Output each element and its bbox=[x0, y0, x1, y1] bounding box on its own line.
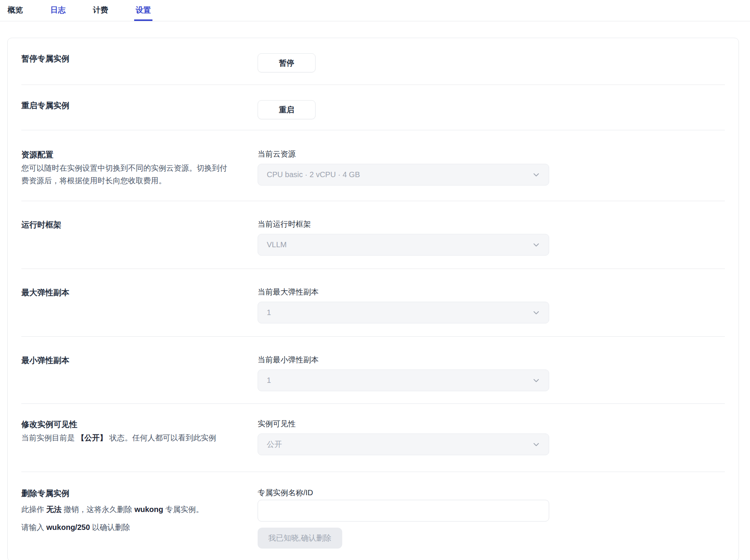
min-replicas-select[interactable]: 1 bbox=[258, 370, 549, 391]
runtime-title: 运行时框架 bbox=[21, 219, 258, 230]
section-visibility: 修改实例可见性 当前实例目前是 【公开】 状态。任何人都可以看到此实例 实例可见… bbox=[21, 404, 725, 472]
visibility-description: 当前实例目前是 【公开】 状态。任何人都可以看到此实例 bbox=[21, 432, 233, 444]
section-max-replicas: 最大弹性副本 当前最大弹性副本 1 bbox=[21, 269, 725, 337]
resource-title: 资源配置 bbox=[21, 149, 258, 160]
cloud-resource-select[interactable]: CPU basic · 2 vCPU · 4 GB bbox=[258, 164, 549, 186]
chevron-down-icon bbox=[532, 376, 540, 385]
section-delete-instance: 删除专属实例 此操作 无法 撤销，这将永久删除 wukong 专属实例。 请输入… bbox=[21, 472, 725, 560]
delete-description-line2: 请输入 wukong/250 以确认删除 bbox=[21, 522, 258, 533]
cloud-resource-value: CPU basic · 2 vCPU · 4 GB bbox=[267, 170, 360, 179]
pause-title: 暂停专属实例 bbox=[21, 53, 258, 64]
section-pause-instance: 暂停专属实例 暂停 bbox=[21, 38, 725, 85]
resource-description: 您可以随时在实例设置中切换到不同的实例云资源。切换到付费资源后，将根据使用时长向… bbox=[21, 162, 233, 187]
visibility-select[interactable]: 公开 bbox=[258, 434, 549, 455]
visibility-value: 公开 bbox=[267, 439, 282, 450]
delete-description-line1: 此操作 无法 撤销，这将永久删除 wukong 专属实例。 bbox=[21, 504, 258, 515]
max-replicas-title: 最大弹性副本 bbox=[21, 287, 258, 298]
max-replicas-label: 当前最大弹性副本 bbox=[258, 287, 725, 296]
chevron-down-icon bbox=[532, 241, 540, 249]
delete-title: 删除专属实例 bbox=[21, 488, 258, 499]
runtime-select[interactable]: VLLM bbox=[258, 234, 549, 256]
delete-confirm-input[interactable] bbox=[258, 500, 549, 522]
chevron-down-icon bbox=[532, 171, 540, 179]
section-resource-config: 资源配置 您可以随时在实例设置中切换到不同的实例云资源。切换到付费资源后，将根据… bbox=[21, 130, 725, 201]
section-runtime-framework: 运行时框架 当前运行时框架 VLLM bbox=[21, 201, 725, 269]
pause-button[interactable]: 暂停 bbox=[258, 53, 316, 72]
runtime-value: VLLM bbox=[267, 240, 287, 249]
max-replicas-select[interactable]: 1 bbox=[258, 302, 549, 323]
restart-title: 重启专属实例 bbox=[21, 100, 258, 111]
tab-billing[interactable]: 计费 bbox=[91, 0, 110, 21]
settings-card: 暂停专属实例 暂停 重启专属实例 重启 资源配置 您可以随时在实例设置中切换到不… bbox=[7, 38, 739, 560]
chevron-down-icon bbox=[532, 440, 540, 449]
delete-confirm-label: 专属实例名称/ID bbox=[258, 488, 725, 497]
min-replicas-label: 当前最小弹性副本 bbox=[258, 355, 725, 364]
chevron-down-icon bbox=[532, 309, 540, 317]
visibility-title: 修改实例可见性 bbox=[21, 419, 258, 430]
tab-bar: 概览 日志 计费 设置 bbox=[0, 0, 750, 21]
runtime-label: 当前运行时框架 bbox=[258, 219, 725, 229]
cloud-resource-label: 当前云资源 bbox=[258, 149, 725, 158]
visibility-label: 实例可见性 bbox=[258, 419, 725, 428]
restart-button[interactable]: 重启 bbox=[258, 100, 316, 119]
delete-confirm-button[interactable]: 我已知晓,确认删除 bbox=[258, 528, 342, 549]
max-replicas-value: 1 bbox=[267, 308, 271, 317]
min-replicas-value: 1 bbox=[267, 376, 271, 385]
tab-settings[interactable]: 设置 bbox=[134, 0, 152, 21]
section-min-replicas: 最小弹性副本 当前最小弹性副本 1 bbox=[21, 337, 725, 404]
section-restart-instance: 重启专属实例 重启 bbox=[21, 85, 725, 130]
tab-overview[interactable]: 概览 bbox=[6, 0, 24, 21]
tab-logs[interactable]: 日志 bbox=[49, 0, 67, 21]
min-replicas-title: 最小弹性副本 bbox=[21, 355, 258, 366]
